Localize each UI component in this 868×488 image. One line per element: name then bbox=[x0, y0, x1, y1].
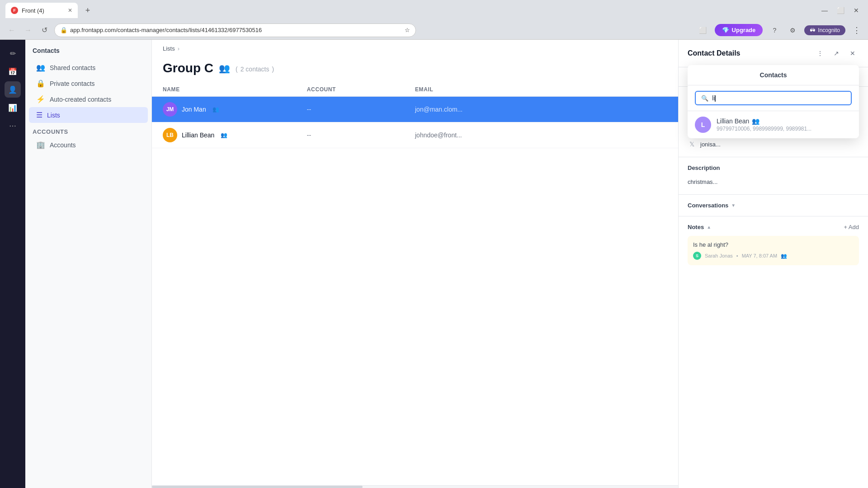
auto-contacts-icon: ⚡ bbox=[36, 95, 45, 103]
panel-external-link-button[interactable]: ↗ bbox=[830, 47, 843, 60]
forward-button[interactable]: → bbox=[22, 24, 34, 37]
panel-title: Contact Details bbox=[688, 49, 740, 57]
contact-name-jonman: Jon Man bbox=[182, 106, 206, 113]
panel-more-button[interactable]: ⋮ bbox=[814, 47, 826, 60]
twitter-value: jonisa... bbox=[700, 141, 721, 148]
header-right-actions: ⬜ 💎 Upgrade ? ⚙ 🕶 Incognito ⋮ bbox=[697, 24, 863, 37]
sidebar-item-lists[interactable]: ☰ Lists bbox=[29, 107, 148, 123]
sidebar-icon-calendar[interactable]: 📅 bbox=[5, 63, 21, 80]
window-maximize-button[interactable]: ⬜ bbox=[833, 5, 848, 16]
contact-count: (2 contacts) bbox=[236, 66, 274, 73]
result-shared-icon: 👥 bbox=[752, 117, 760, 125]
panel-close-button[interactable]: ✕ bbox=[846, 47, 859, 60]
notes-title-toggle[interactable]: Notes ▲ bbox=[688, 224, 711, 230]
help-button[interactable]: ? bbox=[768, 24, 781, 37]
panel-actions: ⋮ ↗ ✕ bbox=[814, 47, 859, 60]
sidebar-icon-contacts[interactable]: 👤 bbox=[5, 81, 21, 98]
notes-title: Notes bbox=[688, 224, 704, 230]
contacts-nav-title: Contacts bbox=[25, 47, 151, 60]
upgrade-button[interactable]: 💎 Upgrade bbox=[715, 24, 763, 36]
url-text: app.frontapp.com/contacts-manager/contac… bbox=[70, 27, 262, 33]
dropdown-header: Contacts bbox=[688, 65, 859, 85]
scrollbar-thumb[interactable] bbox=[152, 486, 363, 488]
note-shared-icon: 👥 bbox=[781, 253, 787, 259]
private-contacts-label: Private contacts bbox=[50, 80, 95, 87]
result-avatar-lillian: L bbox=[695, 117, 711, 133]
shared-icon-jonman: 👥 bbox=[212, 106, 219, 113]
new-tab-button[interactable]: + bbox=[81, 4, 94, 17]
conversations-title: Conversations bbox=[688, 202, 728, 209]
horizontal-scrollbar[interactable] bbox=[152, 485, 678, 488]
window-close-button[interactable]: ✕ bbox=[850, 5, 863, 16]
lists-icon: ☰ bbox=[36, 111, 42, 119]
sidebar-item-private-contacts[interactable]: 🔒 Private contacts bbox=[29, 75, 148, 91]
breadcrumb-lists-link[interactable]: Lists bbox=[163, 45, 175, 52]
shared-icon-lillian: 👥 bbox=[221, 132, 227, 138]
contact-info-jonman: JM Jon Man 👥 bbox=[163, 102, 307, 117]
main-content: Lists › Group C 👥 (2 contacts) Name Acco… bbox=[152, 40, 678, 488]
note-card: Is he al right? S Sarah Jonas • MAY 7, 8… bbox=[688, 236, 859, 265]
notes-header: Notes ▲ + Add bbox=[688, 224, 859, 230]
right-panel: Contact Details ⋮ ↗ ✕ 👥 Shared Group C A… bbox=[678, 40, 868, 488]
private-contacts-icon: 🔒 bbox=[36, 79, 45, 88]
note-separator: • bbox=[736, 253, 738, 258]
window-minimize-button[interactable]: — bbox=[818, 5, 831, 16]
note-footer: S Sarah Jonas • MAY 7, 8:07 AM 👥 bbox=[693, 252, 854, 260]
sidebar-item-accounts[interactable]: 🏢 Accounts bbox=[29, 137, 148, 153]
contact-info-lillian: LB Lillian Bean 👥 bbox=[163, 128, 307, 142]
conversations-section: Conversations ▼ bbox=[679, 195, 868, 216]
table-row[interactable]: LB Lillian Bean 👥 -- johndoe@front... bbox=[152, 122, 678, 148]
incognito-icon: 🕶 bbox=[810, 27, 815, 33]
app-container: ✏ 📅 👤 📊 ⋯ Contacts 👥 Shared contacts 🔒 P… bbox=[0, 40, 868, 488]
conversations-chevron-icon: ▼ bbox=[731, 203, 736, 208]
dropdown-search-input[interactable]: li bbox=[712, 94, 845, 102]
dropdown-search-icon: 🔍 bbox=[701, 95, 708, 102]
accounts-section-title: Accounts bbox=[25, 123, 151, 137]
gem-icon: 💎 bbox=[722, 27, 729, 33]
note-author-avatar: S bbox=[693, 252, 701, 260]
notes-chevron-icon: ▲ bbox=[707, 225, 711, 230]
account-lillian: -- bbox=[307, 131, 415, 139]
note-text: Is he al right? bbox=[693, 241, 854, 248]
reload-button[interactable]: ↺ bbox=[38, 24, 51, 37]
dropdown-result-lillian[interactable]: L Lillian Bean 👥 99799710006, 9989989999… bbox=[688, 111, 859, 138]
account-jonman: -- bbox=[307, 106, 415, 113]
result-detail-lillian: 99799710006, 9989989999, 9989981... bbox=[717, 126, 852, 132]
lock-icon: 🔒 bbox=[60, 27, 67, 33]
sidebar-icon-more[interactable]: ⋯ bbox=[5, 117, 21, 134]
shared-contacts-label: Shared contacts bbox=[50, 64, 95, 71]
page-title: Group C bbox=[163, 61, 213, 75]
incognito-button[interactable]: 🕶 Incognito bbox=[804, 25, 845, 35]
bookmark-icon[interactable]: ☆ bbox=[405, 27, 410, 33]
search-input-wrapper: 🔍 li bbox=[695, 91, 852, 105]
twitter-icon: 𝕏 bbox=[688, 141, 696, 148]
note-date: MAY 7, 8:07 AM bbox=[742, 253, 777, 258]
browser-more-button[interactable]: ⋮ bbox=[851, 25, 863, 35]
settings-button[interactable]: ⚙ bbox=[786, 24, 799, 37]
table-row[interactable]: JM Jon Man 👥 -- jon@man.clom... bbox=[152, 97, 678, 122]
contacts-dropdown: Contacts 🔍 li L Lillian Be bbox=[688, 65, 859, 138]
tab-close-button[interactable]: ✕ bbox=[68, 7, 72, 14]
sidebar-icon-compose[interactable]: ✏ bbox=[5, 45, 21, 61]
email-lillian: johndoe@front... bbox=[415, 131, 559, 139]
sidebar-item-shared-contacts[interactable]: 👥 Shared contacts bbox=[29, 60, 148, 75]
shared-contacts-icon: 👥 bbox=[36, 63, 45, 72]
panel-header: Contact Details ⋮ ↗ ✕ bbox=[679, 40, 868, 67]
auto-contacts-label: Auto-created contacts bbox=[50, 96, 111, 103]
left-nav: Contacts 👥 Shared contacts 🔒 Private con… bbox=[25, 40, 152, 488]
address-bar[interactable]: 🔒 app.frontapp.com/contacts-manager/cont… bbox=[54, 23, 416, 37]
back-button[interactable]: ← bbox=[5, 24, 18, 37]
extensions-button[interactable]: ⬜ bbox=[697, 24, 709, 37]
browser-tab[interactable]: F Front (4) ✕ bbox=[5, 3, 78, 18]
tab-title: Front (4) bbox=[22, 7, 44, 14]
window-controls: — ⬜ ✕ bbox=[818, 5, 863, 16]
accounts-label: Accounts bbox=[50, 141, 76, 149]
sidebar-icon-analytics[interactable]: 📊 bbox=[5, 99, 21, 116]
sidebar-item-auto-contacts[interactable]: ⚡ Auto-created contacts bbox=[29, 91, 148, 107]
col-account: Account bbox=[307, 86, 415, 93]
conversations-header: Conversations ▼ bbox=[688, 202, 859, 209]
conversations-title-toggle[interactable]: Conversations ▼ bbox=[688, 202, 736, 209]
add-note-button[interactable]: + Add bbox=[844, 224, 859, 230]
browser-toolbar: ← → ↺ 🔒 app.frontapp.com/contacts-manage… bbox=[0, 21, 868, 40]
table-header: Name Account Email bbox=[152, 83, 678, 97]
